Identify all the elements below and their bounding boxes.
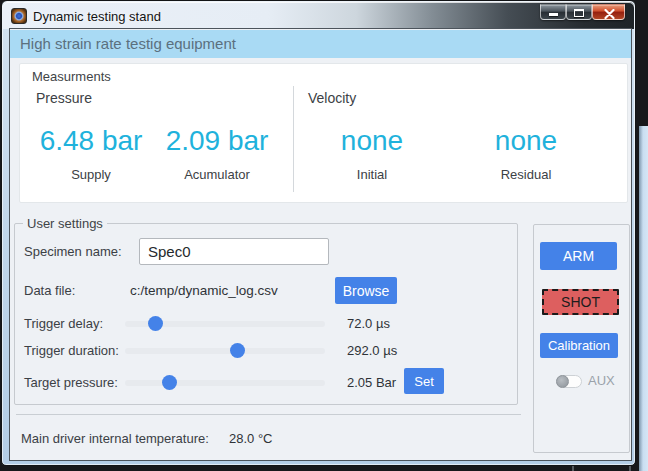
accumulator-pressure-value: 2.09 bar [166,126,269,156]
window-title: Dynamic testing stand [33,9,161,24]
data-file-path: c:/temp/dynamic_log.csv [130,283,278,298]
aux-label: AUX [588,373,615,388]
close-icon [604,9,615,19]
supply-pressure-value: 6.48 bar [40,126,143,156]
supply-pressure-readout: 6.48 bar Supply [40,126,143,182]
shot-button[interactable]: SHOT [542,289,619,315]
aux-toggle[interactable] [556,375,582,388]
app-icon [11,8,27,24]
temperature-value: 28.0 °C [229,431,273,446]
app-window: Dynamic testing stand High strain rate t… [1,0,636,466]
trigger-duration-label: Trigger duration: [24,343,119,358]
initial-velocity-value: none [341,126,403,156]
controls-group: ARM SHOT Calibration AUX [533,224,630,453]
supply-pressure-caption: Supply [40,167,143,182]
section-divider [293,86,294,192]
pressure-label: Pressure [36,90,92,106]
target-pressure-slider-handle[interactable] [162,375,177,390]
specimen-name-label: Specimen name: [24,244,122,259]
calibration-button[interactable]: Calibration [540,333,618,358]
arm-button[interactable]: ARM [540,242,617,270]
titlebar: Dynamic testing stand [3,2,634,29]
browse-button[interactable]: Browse [335,277,397,304]
target-pressure-label: Target pressure: [24,375,118,390]
residual-velocity-caption: Residual [495,167,557,182]
maximize-button[interactable] [566,4,592,20]
specimen-name-input[interactable] [139,238,329,265]
accumulator-pressure-readout: 2.09 bar Acumulator [166,126,269,182]
close-button[interactable] [592,4,625,20]
client-area: High strain rate testig equipment Measur… [10,29,631,460]
target-pressure-value: 2.05 Bar [347,375,396,390]
maximize-icon [574,9,584,17]
data-file-label: Data file: [24,283,75,298]
initial-velocity-caption: Initial [341,167,403,182]
trigger-duration-slider[interactable] [125,348,325,354]
user-settings-group: User settings Specimen name: Data file: … [14,223,518,405]
trigger-delay-label: Trigger delay: [24,316,103,331]
trigger-duration-slider-handle[interactable] [230,343,245,358]
desktop: Dynamic testing stand High strain rate t… [0,0,648,471]
set-button[interactable]: Set [404,368,444,394]
trigger-delay-slider[interactable] [125,321,325,327]
minimize-button[interactable] [540,4,566,20]
measurements-title: Measurments [32,69,111,84]
velocity-label: Velocity [308,90,356,106]
aux-toggle-knob [556,375,569,388]
footer-divider [16,414,521,415]
target-pressure-slider[interactable] [125,380,325,386]
initial-velocity-readout: none Initial [341,126,403,182]
trigger-delay-value: 72.0 µs [347,316,390,331]
background-window-edge [639,126,648,471]
trigger-duration-value: 292.0 µs [347,343,397,358]
measurements-panel: Measurments Pressure Velocity 6.48 bar S… [19,63,628,203]
accumulator-pressure-caption: Acumulator [166,167,269,182]
background-artifact [629,466,631,471]
user-settings-title: User settings [23,216,107,231]
residual-velocity-readout: none Residual [495,126,557,182]
app-header: High strain rate testig equipment [10,30,631,58]
temperature-label: Main driver internal temperature: [21,431,209,446]
minimize-icon [549,13,558,16]
residual-velocity-value: none [495,126,557,156]
trigger-delay-slider-handle[interactable] [148,316,163,331]
background-artifact [572,466,574,471]
